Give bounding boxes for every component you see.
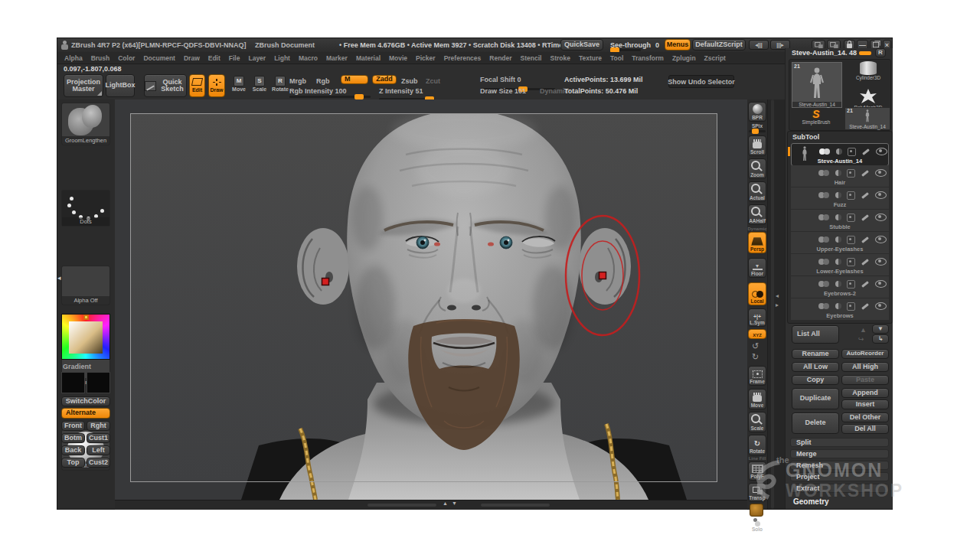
view-cust2-button[interactable]: Cust2 xyxy=(87,458,110,468)
move-tool[interactable]: M Move xyxy=(230,76,247,92)
menu-marker[interactable]: Marker xyxy=(326,54,348,62)
color-picker[interactable] xyxy=(61,314,110,360)
xyz-button[interactable]: XYZ xyxy=(748,329,766,339)
rgb-intensity-slider[interactable] xyxy=(289,96,371,98)
ghost-button[interactable] xyxy=(750,504,765,517)
subtool-row-stubble[interactable]: Stubble xyxy=(791,210,889,232)
subtool-up-icon[interactable]: ▲ xyxy=(860,326,867,334)
canvas-scale-button[interactable]: Scale xyxy=(748,412,766,432)
bpr-button[interactable]: BPR xyxy=(748,102,766,122)
zcut-button[interactable]: Zcut xyxy=(426,77,440,85)
solo-button[interactable]: Solo xyxy=(748,518,766,532)
zsub-button[interactable]: Zsub xyxy=(401,77,418,85)
menu-alpha[interactable]: Alpha xyxy=(64,54,83,62)
floor-button[interactable]: ▾ Floor xyxy=(748,258,766,278)
split-section[interactable]: Split xyxy=(790,438,889,447)
menu-light[interactable]: Light xyxy=(274,54,290,62)
menu-picker[interactable]: Picker xyxy=(416,54,436,62)
menu-color[interactable]: Color xyxy=(118,54,135,62)
all-low-button[interactable]: All Low xyxy=(792,362,839,372)
gutter-left-icon[interactable]: ◂ xyxy=(776,292,779,299)
menu-transform[interactable]: Transform xyxy=(632,54,664,62)
copy-button[interactable]: Copy xyxy=(792,375,839,385)
canvas-move-button[interactable]: Move xyxy=(748,389,766,409)
current-brush-thumb[interactable]: GroomLengthen xyxy=(61,103,110,145)
actual-button[interactable]: Actual xyxy=(748,181,766,202)
splitter-down-icon[interactable]: ▼ xyxy=(452,500,457,506)
default-zscript-button[interactable]: DefaultZScript xyxy=(692,39,746,51)
aahalf-button[interactable]: AAHalf xyxy=(748,204,766,225)
ui-groups-left-icon[interactable]: ◂||| xyxy=(749,40,769,50)
subtool-row-hair[interactable]: Hair xyxy=(791,165,889,187)
subtool-redo-icon[interactable]: ↪ xyxy=(858,335,864,343)
subtool-header[interactable]: SubTool xyxy=(792,133,819,141)
show-undo-selector[interactable]: Show Undo Selector xyxy=(668,75,734,88)
canvas-rotate-button[interactable]: ↻ Rotate xyxy=(748,435,766,455)
subtool-row-upper-eyelashes[interactable]: Upper-Eyelashes xyxy=(791,232,889,254)
menu-zplugin[interactable]: Zplugin xyxy=(672,54,696,62)
del-other-button[interactable]: Del Other xyxy=(841,412,889,422)
menu-preferences[interactable]: Preferences xyxy=(444,54,482,62)
menu-zscript[interactable]: Zscript xyxy=(704,54,726,62)
menu-layer[interactable]: Layer xyxy=(248,54,266,62)
duplicate-button[interactable]: Duplicate xyxy=(792,388,839,409)
subtool-row-fuzz[interactable]: Fuzz xyxy=(791,187,889,210)
cylinder3d-tool[interactable]: Cylinder3D xyxy=(848,61,889,87)
mrgb-button[interactable]: Mrgb xyxy=(289,77,306,85)
menu-render[interactable]: Render xyxy=(489,54,511,62)
spix-slider[interactable] xyxy=(749,130,766,132)
recent-tool-thumb[interactable]: 21 Steve-Austin_14 xyxy=(844,107,890,130)
scroll-button[interactable]: Scroll xyxy=(748,135,766,156)
del-all-button[interactable]: Del All xyxy=(841,424,889,434)
subtool-row-eyebrows-2[interactable]: Eyebrows-2 xyxy=(791,276,889,298)
subtool-row-steve-austin[interactable]: Steve-Austin_14 xyxy=(791,143,889,166)
gutter-right-icon[interactable]: ▸ xyxy=(776,302,779,308)
secondary-color-swatch[interactable] xyxy=(87,372,110,393)
all-high-button[interactable]: All High xyxy=(841,362,889,372)
view-back-button[interactable]: Back xyxy=(61,445,85,455)
edit-button[interactable]: Edit xyxy=(189,74,205,97)
append-button[interactable]: Append xyxy=(841,388,889,398)
frame-button[interactable]: Frame xyxy=(748,366,766,386)
view-front-button[interactable]: Front xyxy=(61,421,85,431)
tray-collapse-icon[interactable]: ◂ xyxy=(57,274,61,282)
polyframe-button[interactable]: PolyF xyxy=(748,461,766,481)
panel-scrollbar[interactable] xyxy=(771,99,774,509)
menu-material[interactable]: Material xyxy=(356,54,381,62)
sculpt-viewport-svg[interactable] xyxy=(115,99,747,500)
undo-icon[interactable]: ↺ xyxy=(752,341,759,351)
persp-button[interactable]: Persp xyxy=(748,232,766,253)
delete-button[interactable]: Delete xyxy=(792,412,839,434)
quicksave-button[interactable]: QuickSave xyxy=(560,39,603,51)
local-button[interactable]: Local xyxy=(748,282,766,305)
alternate-button[interactable]: Alternate xyxy=(61,408,110,419)
draw-button[interactable]: Draw xyxy=(208,74,225,97)
menu-texture[interactable]: Texture xyxy=(579,54,602,62)
canvas-splitter-bar[interactable]: ▲ ▼ xyxy=(115,500,747,510)
zoom-button[interactable]: Zoom xyxy=(748,158,766,179)
menu-stroke[interactable]: Stroke xyxy=(550,54,570,62)
menu-edit[interactable]: Edit xyxy=(208,54,220,62)
lightbox-button[interactable]: LightBox xyxy=(106,74,135,97)
scale-tool[interactable]: S Scale xyxy=(251,76,268,92)
insert-button[interactable]: Insert xyxy=(841,399,889,409)
subtool-down-button[interactable]: ▼ xyxy=(872,324,889,334)
rename-button[interactable]: Rename xyxy=(792,349,839,359)
list-all-button[interactable]: List All xyxy=(792,325,839,344)
project-section[interactable]: Project xyxy=(790,472,889,481)
view-left-button[interactable]: Left xyxy=(87,445,110,455)
menu-macro[interactable]: Macro xyxy=(299,54,318,62)
extract-section[interactable]: Extract xyxy=(790,484,889,493)
main-color-swatch[interactable] xyxy=(61,372,85,393)
see-through-slider[interactable] xyxy=(610,49,641,51)
rgb-button[interactable]: Rgb xyxy=(316,77,330,85)
menus-button[interactable]: Menus xyxy=(665,39,691,51)
view-rght-button[interactable]: Rght xyxy=(87,421,110,431)
menu-file[interactable]: File xyxy=(229,54,240,62)
active-tool-thumb[interactable]: 21 Steve-Austin_14 xyxy=(792,62,842,108)
canvas-area[interactable]: ▲ ▼ xyxy=(115,99,747,509)
switchcolor-button[interactable]: SwitchColor xyxy=(61,396,110,406)
lsym-button[interactable]: +|+ L.Sym xyxy=(748,308,766,327)
splitter-up-icon[interactable]: ▲ xyxy=(443,500,448,506)
zadd-button[interactable]: Zadd xyxy=(372,75,397,84)
